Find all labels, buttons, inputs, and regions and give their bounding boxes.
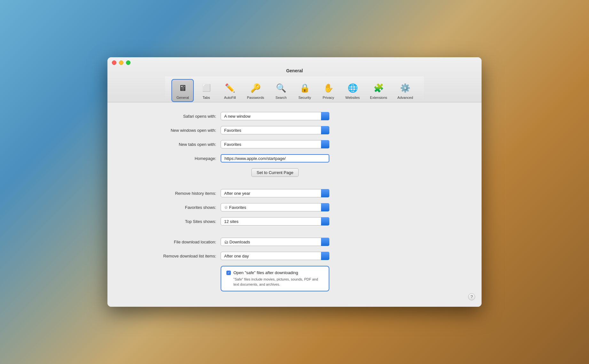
favorites-shows-control: ☆ Favorites ▲ ▼ bbox=[221, 203, 329, 211]
homepage-label: Homepage: bbox=[127, 156, 216, 161]
remove-download-list-row: Remove download list items: After one da… bbox=[127, 252, 462, 260]
extensions-icon: 🧩 bbox=[372, 82, 385, 94]
new-tabs-row: New tabs open with: Favorites ▲ ▼ bbox=[127, 140, 462, 148]
tabs-icon: ⬜ bbox=[200, 82, 213, 94]
new-tabs-select[interactable]: Favorites bbox=[221, 140, 329, 148]
remove-history-select[interactable]: After one year bbox=[221, 189, 329, 197]
file-download-location-row: File download location: 🗂 Downloads ▲ ▼ bbox=[127, 238, 462, 246]
open-safe-files-checkbox-row: ✓ Open "safe" files after downloading bbox=[226, 270, 324, 275]
favorites-shows-label: Favorites shows: bbox=[127, 205, 216, 210]
favorites-shows-row: Favorites shows: ☆ Favorites ▲ ▼ bbox=[127, 203, 462, 211]
remove-history-row: Remove history items: After one year ▲ ▼ bbox=[127, 189, 462, 197]
toolbar-label-extensions: Extensions bbox=[370, 96, 387, 99]
top-sites-shows-wrapper: 12 sites ▲ ▼ bbox=[221, 217, 329, 226]
checkbox-check-mark: ✓ bbox=[227, 271, 230, 274]
open-safe-files-row: ✓ Open "safe" files after downloading "S… bbox=[127, 266, 462, 291]
top-sites-shows-row: Top Sites shows: 12 sites ▲ ▼ bbox=[127, 217, 462, 226]
open-safe-files-checkbox[interactable]: ✓ bbox=[226, 271, 231, 275]
safari-opens-with-wrapper: A new window ▲ ▼ bbox=[221, 112, 329, 120]
toolbar-label-advanced: Advanced bbox=[397, 96, 413, 99]
toolbar-label-search: Search bbox=[276, 96, 287, 99]
toolbar: 🖥 General ⬜ Tabs ✏️ AutoFill 🔑 Passwords… bbox=[165, 76, 424, 102]
new-windows-control: Favorites ▲ ▼ bbox=[221, 126, 329, 134]
toolbar-label-tabs: Tabs bbox=[203, 96, 210, 99]
toolbar-label-security: Security bbox=[298, 96, 311, 99]
title-bar: General 🖥 General ⬜ Tabs ✏️ AutoFill 🔑 P… bbox=[107, 57, 482, 102]
toolbar-item-security[interactable]: 🔒 Security bbox=[294, 79, 316, 102]
safari-opens-with-control: A new window ▲ ▼ bbox=[221, 112, 329, 120]
general-icon: 🖥 bbox=[176, 82, 189, 94]
help-button[interactable]: ? bbox=[468, 293, 475, 300]
autofill-icon: ✏️ bbox=[224, 82, 236, 94]
new-windows-label: New windows open with: bbox=[127, 128, 216, 133]
safari-preferences-window: General 🖥 General ⬜ Tabs ✏️ AutoFill 🔑 P… bbox=[107, 57, 482, 307]
close-button[interactable] bbox=[112, 60, 116, 65]
toolbar-item-autofill[interactable]: ✏️ AutoFill bbox=[219, 79, 241, 102]
open-safe-files-section: ✓ Open "safe" files after downloading "S… bbox=[221, 266, 329, 291]
advanced-icon: ⚙️ bbox=[399, 82, 412, 94]
toolbar-item-privacy[interactable]: ✋ Privacy bbox=[317, 79, 340, 102]
set-to-current-page-button[interactable]: Set to Current Page bbox=[251, 168, 299, 177]
toolbar-label-general: General bbox=[177, 96, 189, 99]
toolbar-item-websites[interactable]: 🌐 Websites bbox=[341, 79, 364, 102]
new-windows-select[interactable]: Favorites bbox=[221, 126, 329, 134]
remove-history-control: After one year ▲ ▼ bbox=[221, 189, 329, 197]
toolbar-item-general[interactable]: 🖥 General bbox=[171, 79, 194, 102]
remove-history-label: Remove history items: bbox=[127, 191, 216, 196]
toolbar-item-tabs[interactable]: ⬜ Tabs bbox=[195, 79, 217, 102]
toolbar-item-search[interactable]: 🔍 Search bbox=[270, 79, 292, 102]
privacy-icon: ✋ bbox=[322, 82, 335, 94]
homepage-control bbox=[221, 154, 329, 162]
remove-download-list-label: Remove download list items: bbox=[127, 254, 216, 258]
file-download-location-control: 🗂 Downloads ▲ ▼ bbox=[221, 238, 329, 246]
security-icon: 🔒 bbox=[298, 82, 311, 94]
toolbar-label-autofill: AutoFill bbox=[224, 96, 236, 99]
top-sites-shows-control: 12 sites ▲ ▼ bbox=[221, 217, 329, 226]
new-tabs-control: Favorites ▲ ▼ bbox=[221, 140, 329, 148]
toolbar-label-passwords: Passwords bbox=[247, 96, 264, 99]
toolbar-item-passwords[interactable]: 🔑 Passwords bbox=[242, 79, 269, 102]
toolbar-label-privacy: Privacy bbox=[323, 96, 334, 99]
remove-download-list-control: After one day ▲ ▼ bbox=[221, 252, 329, 260]
window-controls bbox=[107, 60, 135, 68]
top-sites-shows-select[interactable]: 12 sites bbox=[221, 217, 329, 226]
top-sites-shows-label: Top Sites shows: bbox=[127, 219, 216, 224]
favorites-shows-select[interactable]: ☆ Favorites bbox=[221, 203, 329, 211]
websites-icon: 🌐 bbox=[346, 82, 359, 94]
passwords-icon: 🔑 bbox=[249, 82, 262, 94]
file-download-location-wrapper: 🗂 Downloads ▲ ▼ bbox=[221, 238, 329, 246]
maximize-button[interactable] bbox=[126, 60, 130, 65]
homepage-input[interactable] bbox=[221, 154, 329, 162]
remove-download-list-select[interactable]: After one day bbox=[221, 252, 329, 260]
toolbar-item-advanced[interactable]: ⚙️ Advanced bbox=[393, 79, 418, 102]
new-tabs-wrapper: Favorites ▲ ▼ bbox=[221, 140, 329, 148]
window-title: General bbox=[286, 68, 303, 73]
safari-opens-with-row: Safari opens with: A new window ▲ ▼ bbox=[127, 112, 462, 120]
new-windows-wrapper: Favorites ▲ ▼ bbox=[221, 126, 329, 134]
file-download-location-select[interactable]: 🗂 Downloads bbox=[221, 238, 329, 246]
remove-history-wrapper: After one year ▲ ▼ bbox=[221, 189, 329, 197]
search-icon: 🔍 bbox=[275, 82, 287, 94]
set-to-current-page-row: Set to Current Page bbox=[127, 168, 462, 177]
new-tabs-label: New tabs open with: bbox=[127, 142, 216, 147]
homepage-row: Homepage: bbox=[127, 154, 462, 162]
toolbar-item-extensions[interactable]: 🧩 Extensions bbox=[365, 79, 392, 102]
file-download-location-label: File download location: bbox=[127, 240, 216, 244]
content-area: Safari opens with: A new window ▲ ▼ New … bbox=[107, 102, 482, 307]
open-safe-files-control: ✓ Open "safe" files after downloading "S… bbox=[221, 266, 329, 291]
favorites-shows-wrapper: ☆ Favorites ▲ ▼ bbox=[221, 203, 329, 211]
safari-opens-with-select[interactable]: A new window bbox=[221, 112, 329, 120]
toolbar-label-websites: Websites bbox=[345, 96, 360, 99]
remove-download-list-wrapper: After one day ▲ ▼ bbox=[221, 252, 329, 260]
minimize-button[interactable] bbox=[119, 60, 123, 65]
set-to-current-page-control: Set to Current Page bbox=[221, 168, 329, 177]
open-safe-files-desc: "Safe" files include movies, pictures, s… bbox=[226, 277, 324, 287]
new-windows-row: New windows open with: Favorites ▲ ▼ bbox=[127, 126, 462, 134]
safari-opens-with-label: Safari opens with: bbox=[127, 114, 216, 119]
open-safe-files-label: Open "safe" files after downloading bbox=[233, 270, 298, 275]
